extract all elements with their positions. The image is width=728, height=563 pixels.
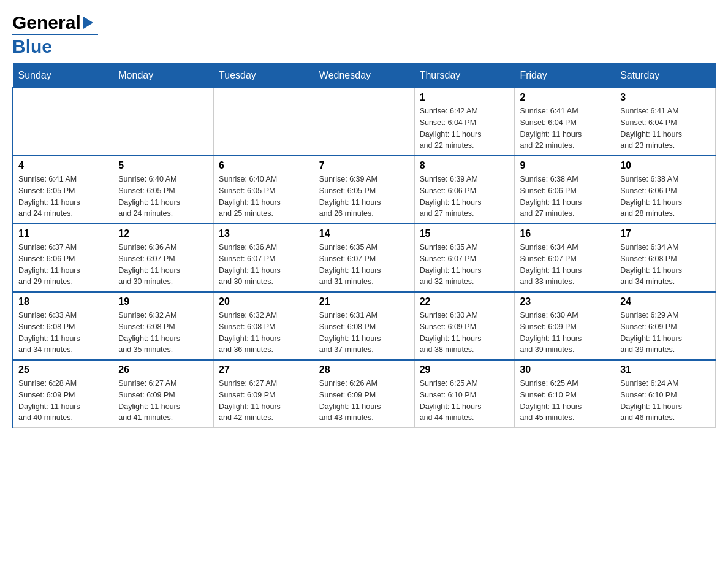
day-info: Sunrise: 6:38 AM Sunset: 6:06 PM Dayligh… xyxy=(620,174,710,220)
day-number: 30 xyxy=(520,364,610,375)
day-number: 5 xyxy=(118,160,208,171)
calendar-cell: 26Sunrise: 6:27 AM Sunset: 6:09 PM Dayli… xyxy=(113,360,214,428)
calendar-cell: 22Sunrise: 6:30 AM Sunset: 6:09 PM Dayli… xyxy=(414,292,515,360)
calendar-cell: 25Sunrise: 6:28 AM Sunset: 6:09 PM Dayli… xyxy=(13,360,113,428)
calendar-cell: 6Sunrise: 6:40 AM Sunset: 6:05 PM Daylig… xyxy=(214,156,314,224)
day-info: Sunrise: 6:34 AM Sunset: 6:08 PM Dayligh… xyxy=(620,242,710,288)
calendar-cell: 1Sunrise: 6:42 AM Sunset: 6:04 PM Daylig… xyxy=(414,88,515,156)
header-saturday: Saturday xyxy=(615,64,716,88)
logo-general-text: General xyxy=(12,12,81,33)
day-info: Sunrise: 6:28 AM Sunset: 6:09 PM Dayligh… xyxy=(18,378,108,424)
calendar-cell: 15Sunrise: 6:35 AM Sunset: 6:07 PM Dayli… xyxy=(414,224,515,292)
calendar-cell: 18Sunrise: 6:33 AM Sunset: 6:08 PM Dayli… xyxy=(13,292,113,360)
day-info: Sunrise: 6:27 AM Sunset: 6:09 PM Dayligh… xyxy=(118,378,208,424)
calendar-cell: 14Sunrise: 6:35 AM Sunset: 6:07 PM Dayli… xyxy=(314,224,414,292)
day-number: 19 xyxy=(118,296,208,307)
calendar-cell: 13Sunrise: 6:36 AM Sunset: 6:07 PM Dayli… xyxy=(214,224,314,292)
calendar-cell xyxy=(314,88,414,156)
header-wednesday: Wednesday xyxy=(314,64,414,88)
calendar-cell: 8Sunrise: 6:39 AM Sunset: 6:06 PM Daylig… xyxy=(414,156,515,224)
calendar-cell: 31Sunrise: 6:24 AM Sunset: 6:10 PM Dayli… xyxy=(615,360,716,428)
calendar-cell: 3Sunrise: 6:41 AM Sunset: 6:04 PM Daylig… xyxy=(615,88,716,156)
day-number: 8 xyxy=(420,160,510,171)
day-number: 1 xyxy=(420,92,510,103)
day-number: 12 xyxy=(118,228,208,239)
day-info: Sunrise: 6:35 AM Sunset: 6:07 PM Dayligh… xyxy=(319,242,409,288)
day-number: 29 xyxy=(420,364,510,375)
header-monday: Monday xyxy=(113,64,214,88)
calendar-cell: 17Sunrise: 6:34 AM Sunset: 6:08 PM Dayli… xyxy=(615,224,716,292)
day-info: Sunrise: 6:24 AM Sunset: 6:10 PM Dayligh… xyxy=(620,378,710,424)
day-info: Sunrise: 6:39 AM Sunset: 6:06 PM Dayligh… xyxy=(420,174,510,220)
day-number: 3 xyxy=(620,92,710,103)
logo-underline xyxy=(12,34,98,35)
day-number: 21 xyxy=(319,296,409,307)
calendar-cell: 9Sunrise: 6:38 AM Sunset: 6:06 PM Daylig… xyxy=(515,156,615,224)
day-number: 13 xyxy=(219,228,309,239)
day-info: Sunrise: 6:40 AM Sunset: 6:05 PM Dayligh… xyxy=(118,174,208,220)
calendar-cell: 28Sunrise: 6:26 AM Sunset: 6:09 PM Dayli… xyxy=(314,360,414,428)
calendar-cell: 16Sunrise: 6:34 AM Sunset: 6:07 PM Dayli… xyxy=(515,224,615,292)
day-info: Sunrise: 6:40 AM Sunset: 6:05 PM Dayligh… xyxy=(219,174,309,220)
day-info: Sunrise: 6:32 AM Sunset: 6:08 PM Dayligh… xyxy=(219,310,309,356)
day-number: 24 xyxy=(620,296,710,307)
day-info: Sunrise: 6:25 AM Sunset: 6:10 PM Dayligh… xyxy=(520,378,610,424)
header-thursday: Thursday xyxy=(414,64,515,88)
day-number: 6 xyxy=(219,160,309,171)
day-info: Sunrise: 6:25 AM Sunset: 6:10 PM Dayligh… xyxy=(420,378,510,424)
day-number: 20 xyxy=(219,296,309,307)
header-friday: Friday xyxy=(515,64,615,88)
calendar-cell: 23Sunrise: 6:30 AM Sunset: 6:09 PM Dayli… xyxy=(515,292,615,360)
calendar-week-row: 1Sunrise: 6:42 AM Sunset: 6:04 PM Daylig… xyxy=(13,88,716,156)
day-number: 4 xyxy=(18,160,108,171)
header-tuesday: Tuesday xyxy=(214,64,314,88)
logo-blue-label: Blue xyxy=(12,36,52,57)
day-info: Sunrise: 6:41 AM Sunset: 6:04 PM Dayligh… xyxy=(620,105,710,151)
day-number: 25 xyxy=(18,364,108,375)
calendar-cell: 10Sunrise: 6:38 AM Sunset: 6:06 PM Dayli… xyxy=(615,156,716,224)
day-info: Sunrise: 6:34 AM Sunset: 6:07 PM Dayligh… xyxy=(520,242,610,288)
page-header: General Blue xyxy=(12,12,716,57)
calendar-cell xyxy=(13,88,113,156)
calendar-cell: 12Sunrise: 6:36 AM Sunset: 6:07 PM Dayli… xyxy=(113,224,214,292)
calendar-cell xyxy=(113,88,214,156)
calendar-cell: 30Sunrise: 6:25 AM Sunset: 6:10 PM Dayli… xyxy=(515,360,615,428)
day-info: Sunrise: 6:32 AM Sunset: 6:08 PM Dayligh… xyxy=(118,310,208,356)
day-info: Sunrise: 6:30 AM Sunset: 6:09 PM Dayligh… xyxy=(420,310,510,356)
day-number: 10 xyxy=(620,160,710,171)
day-info: Sunrise: 6:36 AM Sunset: 6:07 PM Dayligh… xyxy=(219,242,309,288)
day-number: 23 xyxy=(520,296,610,307)
day-number: 2 xyxy=(520,92,610,103)
day-info: Sunrise: 6:38 AM Sunset: 6:06 PM Dayligh… xyxy=(520,174,610,220)
day-number: 17 xyxy=(620,228,710,239)
calendar-cell xyxy=(214,88,314,156)
calendar-cell: 2Sunrise: 6:41 AM Sunset: 6:04 PM Daylig… xyxy=(515,88,615,156)
calendar-table: SundayMondayTuesdayWednesdayThursdayFrid… xyxy=(12,63,716,428)
logo-arrow-icon xyxy=(83,17,93,29)
day-number: 7 xyxy=(319,160,409,171)
calendar-cell: 4Sunrise: 6:41 AM Sunset: 6:05 PM Daylig… xyxy=(13,156,113,224)
day-number: 28 xyxy=(319,364,409,375)
day-number: 16 xyxy=(520,228,610,239)
calendar-cell: 7Sunrise: 6:39 AM Sunset: 6:05 PM Daylig… xyxy=(314,156,414,224)
day-info: Sunrise: 6:42 AM Sunset: 6:04 PM Dayligh… xyxy=(420,105,510,151)
calendar-week-row: 25Sunrise: 6:28 AM Sunset: 6:09 PM Dayli… xyxy=(13,360,716,428)
calendar-cell: 19Sunrise: 6:32 AM Sunset: 6:08 PM Dayli… xyxy=(113,292,214,360)
day-info: Sunrise: 6:31 AM Sunset: 6:08 PM Dayligh… xyxy=(319,310,409,356)
day-info: Sunrise: 6:39 AM Sunset: 6:05 PM Dayligh… xyxy=(319,174,409,220)
calendar-cell: 29Sunrise: 6:25 AM Sunset: 6:10 PM Dayli… xyxy=(414,360,515,428)
calendar-cell: 21Sunrise: 6:31 AM Sunset: 6:08 PM Dayli… xyxy=(314,292,414,360)
calendar-cell: 27Sunrise: 6:27 AM Sunset: 6:09 PM Dayli… xyxy=(214,360,314,428)
day-info: Sunrise: 6:41 AM Sunset: 6:04 PM Dayligh… xyxy=(520,105,610,151)
calendar-week-row: 11Sunrise: 6:37 AM Sunset: 6:06 PM Dayli… xyxy=(13,224,716,292)
day-info: Sunrise: 6:26 AM Sunset: 6:09 PM Dayligh… xyxy=(319,378,409,424)
calendar-cell: 5Sunrise: 6:40 AM Sunset: 6:05 PM Daylig… xyxy=(113,156,214,224)
day-number: 9 xyxy=(520,160,610,171)
day-number: 14 xyxy=(319,228,409,239)
day-number: 31 xyxy=(620,364,710,375)
day-info: Sunrise: 6:37 AM Sunset: 6:06 PM Dayligh… xyxy=(18,242,108,288)
day-info: Sunrise: 6:29 AM Sunset: 6:09 PM Dayligh… xyxy=(620,310,710,356)
day-number: 15 xyxy=(420,228,510,239)
day-info: Sunrise: 6:35 AM Sunset: 6:07 PM Dayligh… xyxy=(420,242,510,288)
header-sunday: Sunday xyxy=(13,64,113,88)
